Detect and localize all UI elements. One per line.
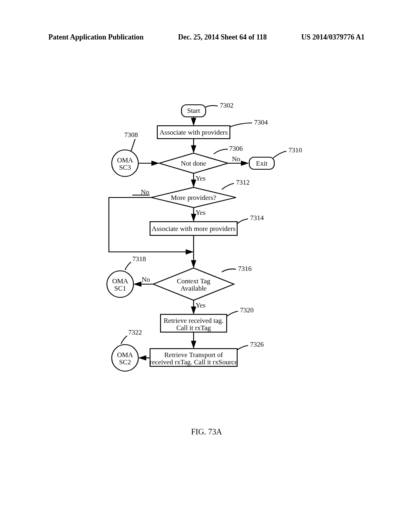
- ref-7304: 7304: [254, 118, 268, 126]
- ref-7320: 7320: [240, 306, 254, 314]
- node-start: Start: [181, 105, 206, 117]
- node-more-providers: More providers?: [151, 187, 236, 208]
- page-header: Patent Application Publication Dec. 25, …: [0, 33, 413, 42]
- transport-l1: Retrieve Transport of: [164, 351, 223, 359]
- oma-sc1-l1: OMA: [112, 277, 128, 285]
- header-right: US 2014/0379776 A1: [301, 33, 365, 42]
- oma-sc1-l2: SC1: [114, 285, 126, 292]
- ref-7318: 7318: [132, 255, 146, 263]
- page: Patent Application Publication Dec. 25, …: [0, 0, 413, 532]
- retrieve-l2: Call it rxTag: [176, 324, 211, 332]
- ref-7316: 7316: [238, 265, 252, 272]
- node-retrieve-transport: Retrieve Transport of received rxTag. Ca…: [150, 349, 237, 366]
- leader-7312: [222, 183, 234, 189]
- oma-sc3-l2: SC3: [119, 164, 131, 171]
- figure-caption: FIG. 73A: [0, 427, 413, 436]
- flowchart-svg: Start 7302 Associate with providers 7304…: [60, 101, 343, 415]
- ctx-l2: Available: [181, 285, 207, 292]
- leader-7310: [273, 151, 286, 158]
- leader-7316: [222, 269, 236, 272]
- node-retrieve-tag: Retrieve received tag. Call it rxTag: [161, 314, 227, 332]
- node-oma-sc2: OMA SC2: [112, 345, 138, 371]
- leader-7314: [237, 219, 248, 224]
- ref-7306: 7306: [229, 145, 243, 152]
- transport-l2: received rxTag. Call it rxSource: [150, 358, 237, 366]
- leader-7322: [121, 336, 127, 344]
- ref-7308: 7308: [124, 131, 138, 139]
- oma-sc2-l1: OMA: [117, 351, 133, 359]
- leader-7308: [131, 139, 135, 151]
- leader-7320: [227, 311, 238, 316]
- leader-7318: [125, 262, 131, 270]
- assocmore-label: Associate with more providers: [152, 225, 236, 233]
- node-oma-sc1: OMA SC1: [107, 271, 133, 297]
- leader-7326: [237, 345, 248, 350]
- notdone-label: Not done: [181, 160, 206, 167]
- notdone-yes: Yes: [196, 175, 206, 182]
- ref-7312: 7312: [236, 179, 250, 186]
- node-exit: Exit: [249, 157, 274, 169]
- node-assoc: Associate with providers: [157, 126, 230, 139]
- ref-7302: 7302: [220, 102, 234, 109]
- more-yes: Yes: [196, 209, 206, 216]
- node-notdone: Not done: [159, 153, 228, 173]
- flowchart: Start 7302 Associate with providers 7304…: [60, 101, 343, 417]
- ref-7326: 7326: [250, 341, 264, 348]
- leader-7302: [206, 106, 218, 107]
- more-label: More providers?: [171, 194, 217, 202]
- header-left: Patent Application Publication: [48, 33, 144, 42]
- start-label: Start: [187, 107, 200, 114]
- ctx-l1: Context Tag: [177, 277, 211, 285]
- ref-7310: 7310: [288, 146, 302, 154]
- leader-7306: [214, 149, 228, 154]
- node-oma-sc3: OMA SC3: [112, 150, 138, 177]
- exit-label: Exit: [256, 160, 268, 167]
- retrieve-l1: Retrieve received tag.: [164, 317, 224, 324]
- ctx-no: No: [142, 276, 150, 283]
- ref-7314: 7314: [250, 214, 264, 222]
- oma-sc2-l2: SC2: [119, 358, 131, 366]
- node-assoc-more: Associate with more providers: [150, 222, 237, 235]
- assoc-label: Associate with providers: [159, 129, 227, 136]
- leader-7304: [230, 123, 252, 127]
- header-center: Dec. 25, 2014 Sheet 64 of 118: [178, 33, 267, 42]
- ref-7322: 7322: [128, 328, 142, 336]
- oma-sc3-l1: OMA: [117, 156, 133, 164]
- notdone-no: No: [232, 155, 240, 163]
- ctx-yes: Yes: [196, 301, 206, 309]
- node-ctx: Context Tag Available: [153, 268, 234, 300]
